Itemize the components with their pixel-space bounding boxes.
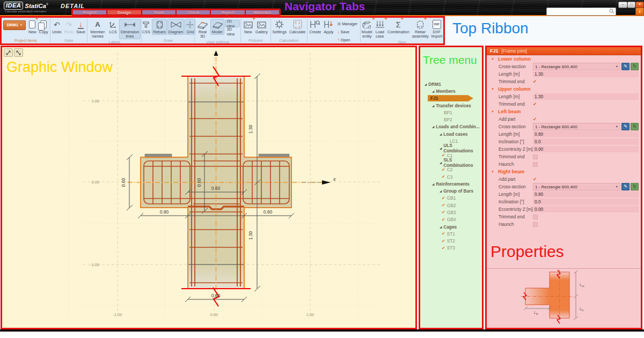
checkbox-icon[interactable]: ✔ (442, 196, 445, 201)
real-3d-toggle[interactable]: Real 3D (195, 19, 209, 39)
minimize-button[interactable]: – (618, 2, 627, 8)
tree-item-gb4[interactable]: ✔GB4 (420, 216, 482, 223)
checkbox-unchecked[interactable] (533, 215, 538, 219)
checkbox-icon[interactable]: ✔ (442, 203, 445, 208)
save-button[interactable]: ↓ Save (75, 19, 86, 35)
template-manager-button[interactable]: ≣Manager (335, 20, 360, 27)
dimension-lines-toggle[interactable]: Dimension lines (119, 19, 141, 39)
cross-section-select[interactable]: 1 - Rectangle 600,400▼ (533, 63, 620, 70)
sync-cross-section-button[interactable]: ↻ (631, 63, 639, 70)
model-toggle[interactable]: Model (210, 19, 224, 35)
tree-item-members[interactable]: ◢Members (420, 87, 482, 94)
settings-button[interactable]: Settings (272, 19, 288, 35)
length-field[interactable]: 0.80 (533, 131, 639, 137)
checkbox-checked-icon[interactable]: ✔ (533, 79, 537, 84)
eccentricity-field[interactable]: 0.00 (533, 146, 639, 152)
length-field[interactable]: 1.30 (533, 71, 639, 77)
new-project-item-button[interactable]: + New (27, 19, 38, 35)
section-right-beam[interactable]: ▼Right beam (487, 168, 641, 175)
tab-design[interactable]: Design (107, 10, 141, 14)
tree-item-st1[interactable]: ✔ST1 (420, 230, 482, 237)
tree-item-load-cases[interactable]: ◢Load cases (420, 130, 482, 137)
tree-item-sls-combinations[interactable]: ◢SLS Combinations (420, 159, 482, 166)
maximize-button[interactable]: □ (627, 2, 635, 8)
expander-icon[interactable]: ◢ (440, 225, 442, 229)
checkbox-unchecked[interactable] (533, 162, 538, 167)
checkbox-unchecked[interactable] (533, 155, 538, 159)
fit-view-button[interactable] (4, 48, 13, 57)
undo-button[interactable]: ↶ Undo (51, 19, 62, 35)
new-load-case-button[interactable]: + Load case (374, 19, 386, 39)
checkbox-icon[interactable]: ✔ (442, 167, 445, 172)
section-left-beam[interactable]: ▼Left beam (487, 108, 641, 115)
cross-section-select[interactable]: 1 - Rectangle 600,400▼ (533, 183, 620, 190)
drawing-canvas[interactable]: 1.30 1.30 0.60 0.60 0.60 0.80 0.80 0.60 … (2, 47, 415, 328)
redo-button[interactable]: ↷ Redo (63, 19, 75, 35)
calculate-button[interactable]: +×÷= Calculate (288, 19, 306, 35)
cross-section-select[interactable]: 1 - Rectangle 600,400▼ (533, 123, 620, 130)
checkbox-icon[interactable]: ✔ (442, 231, 445, 236)
length-field[interactable]: 1.30 (533, 93, 639, 100)
project-item-selector[interactable]: DRM1▼ (2, 19, 27, 31)
checkbox-unchecked[interactable] (533, 222, 538, 227)
checkbox-checked-icon[interactable]: ✔ (533, 177, 537, 182)
search-input[interactable] (548, 8, 609, 15)
create-template-button[interactable]: Create (308, 19, 322, 35)
tree-item-c3[interactable]: ✔C3 (420, 173, 482, 180)
tree-item-group-of-bars[interactable]: ◢Group of Bars (420, 187, 482, 194)
template-open-button[interactable]: ↑Open (335, 36, 360, 43)
dxf-import-button[interactable]: DXF↓ DXF Import (430, 19, 444, 39)
checkbox-icon[interactable]: ✔ (442, 174, 445, 179)
tab-tools[interactable]: Tools (142, 10, 175, 14)
checkbox-checked-icon[interactable]: ✔ (533, 101, 537, 107)
template-save-button[interactable]: ↓Save (335, 28, 360, 35)
tab-project[interactable]: Project (73, 10, 106, 14)
length-field[interactable]: 0.80 (533, 191, 639, 197)
edit-cross-section-button[interactable]: ✎ (621, 183, 630, 190)
collapse-icon[interactable]: ▼ (491, 110, 494, 113)
expander-icon[interactable]: ◢ (432, 125, 434, 128)
tree-item-st3[interactable]: ✔ST3 (420, 245, 482, 252)
expander-icon[interactable]: ◢ (440, 146, 442, 150)
section-upper-column[interactable]: ▼Upper column (487, 85, 641, 93)
inclination-field[interactable]: 0.0 (533, 138, 639, 145)
eccentricity-field[interactable]: 0.00 (533, 206, 639, 212)
tree-item-loads[interactable]: ◢Loads and Combin... (420, 123, 482, 130)
expander-icon[interactable]: ◢ (440, 133, 442, 136)
checkbox-icon[interactable]: ✔ (442, 246, 445, 251)
inclination-field[interactable]: 0.0 (533, 199, 639, 205)
section-lower-column[interactable]: ▼Lower column (487, 55, 641, 63)
tab-check[interactable]: Check (177, 10, 210, 14)
tree-item-transfer-devices[interactable]: ◢Transfer devices (420, 102, 482, 109)
edit-cross-section-button[interactable]: ✎ (621, 123, 630, 130)
lcs-toggle[interactable]: LCS (108, 19, 119, 35)
tab-report[interactable]: Report (211, 10, 244, 14)
expander-icon[interactable]: ◢ (425, 83, 427, 86)
info-button[interactable]: i (635, 8, 644, 16)
sync-cross-section-button[interactable]: ↻ (631, 183, 639, 190)
collapse-icon[interactable]: ▼ (491, 57, 494, 61)
tree-item-bp1[interactable]: BP1 (420, 109, 482, 116)
checkbox-checked-icon[interactable]: ✔ (533, 116, 537, 122)
new-rebar-assembly-button[interactable]: + Rebar assembly (411, 19, 430, 39)
tree-item-gb2[interactable]: ✔GB2 (420, 202, 482, 209)
tree-item-drm1[interactable]: ◢DRM1 (420, 80, 482, 87)
tree-item-uls-combinations[interactable]: ◢ULS Combinations (420, 145, 482, 152)
tree-item-gb1[interactable]: ✔GB1 (420, 195, 482, 202)
view-2d-button[interactable]: 2D view (225, 20, 240, 27)
apply-template-button[interactable]: Apply (323, 19, 334, 35)
zoom-extents-button[interactable] (14, 48, 23, 57)
tree-item-gb3[interactable]: ✔GB3 (420, 209, 482, 216)
edit-cross-section-button[interactable]: ✎ (621, 63, 630, 70)
diagram-toggle[interactable]: Diagram (167, 19, 185, 35)
new-model-entity-button[interactable]: + Model entity (361, 19, 374, 39)
tree-item-reinforcements[interactable]: ◢Reinforcements (420, 180, 482, 187)
collapse-icon[interactable]: ▼ (491, 87, 494, 91)
gallery-button[interactable]: Gallery (254, 19, 269, 35)
css-toggle[interactable]: CSS (141, 19, 151, 35)
view-3d-button[interactable]: 3D view (225, 28, 240, 35)
checkbox-icon[interactable]: ✔ (442, 217, 445, 222)
expander-icon[interactable]: ◢ (440, 161, 442, 164)
tab-materials[interactable]: Materials (246, 10, 279, 14)
collapse-icon[interactable]: ▼ (491, 170, 494, 173)
